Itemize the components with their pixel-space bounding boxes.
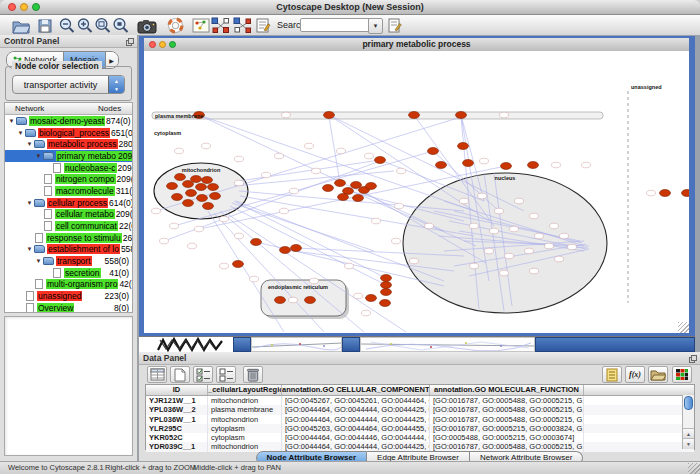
attribute-list-button[interactable]: [602, 366, 622, 383]
network-node-outline[interactable]: [188, 243, 197, 249]
network-node[interactable]: [381, 275, 392, 282]
expand-arrow-icon[interactable]: ▼: [16, 130, 25, 136]
network-node-outline[interactable]: [275, 153, 284, 159]
network-node-outline[interactable]: [362, 310, 371, 316]
network-node-outline[interactable]: [235, 180, 244, 186]
tree-row[interactable]: secretion41(0): [5, 267, 132, 279]
tree-row[interactable]: ▼primary metabo209(0): [5, 150, 132, 162]
expand-arrow-icon[interactable]: ▼: [25, 200, 34, 206]
tree-row[interactable]: ▼establishment of lo558(0): [5, 244, 132, 256]
network-node-outline[interactable]: [552, 162, 561, 168]
function-builder-button[interactable]: f(x): [625, 366, 645, 383]
network-node[interactable]: [197, 195, 208, 202]
network-node-outline[interactable]: [289, 297, 298, 303]
network-node-outline[interactable]: [395, 203, 404, 209]
help-button[interactable]: [164, 16, 186, 35]
window-titlebar[interactable]: Cytoscape Desktop (New Session): [0, 0, 700, 15]
search-input[interactable]: [300, 18, 372, 32]
annotations-button[interactable]: [252, 16, 274, 35]
network-node-outline[interactable]: [410, 258, 419, 264]
search-dropdown-arrow[interactable]: ▼: [368, 18, 383, 34]
network-node-outline[interactable]: [202, 143, 211, 149]
network-node-outline[interactable]: [235, 156, 244, 162]
network-node[interactable]: [208, 184, 219, 191]
select-attributes-button[interactable]: [147, 366, 167, 383]
network-node[interactable]: [275, 297, 286, 304]
network-node-outline[interactable]: [290, 188, 299, 194]
frame-zoom-button[interactable]: [169, 41, 176, 48]
network-node[interactable]: [196, 184, 207, 191]
network-node-outline[interactable]: [470, 223, 479, 229]
create-attribute-button[interactable]: [170, 366, 190, 383]
open-session-button[interactable]: [10, 16, 32, 35]
network-node[interactable]: [660, 190, 671, 197]
network-node-outline[interactable]: [160, 238, 169, 244]
import-attributes-button[interactable]: [648, 366, 668, 383]
window-resize-grip[interactable]: [688, 463, 700, 474]
network-node[interactable]: [186, 190, 197, 197]
network-node[interactable]: [381, 282, 392, 289]
plasma-membrane-region[interactable]: [152, 112, 603, 119]
network-node-outline[interactable]: [195, 226, 204, 232]
network-node-outline[interactable]: [478, 193, 487, 199]
network-node-outline[interactable]: [220, 263, 229, 269]
network-node-outline[interactable]: [510, 226, 519, 232]
canvas-resize-grip[interactable]: [678, 322, 689, 333]
scroll-down-icon[interactable]: ▼: [683, 438, 694, 449]
network-node-outline[interactable]: [500, 270, 509, 276]
table-row[interactable]: YJR121W__1mitochondrion[GO:0045267, GO:0…: [146, 396, 694, 405]
network-node[interactable]: [203, 203, 214, 210]
birds-eye-view[interactable]: [4, 316, 133, 456]
network-node-outline[interactable]: [525, 248, 534, 254]
tree-row[interactable]: ▼biological_process651(0): [5, 127, 132, 139]
tree-row[interactable]: ▼metabolic process280(0): [5, 138, 132, 150]
network-node[interactable]: [291, 245, 302, 252]
frame-close-button[interactable]: [149, 41, 156, 48]
network-node-outline[interactable]: [530, 268, 539, 274]
network-node-outline[interactable]: [392, 238, 401, 244]
network-node[interactable]: [436, 162, 447, 169]
tree-row[interactable]: ▼cellular process614(0): [5, 197, 132, 209]
minimized-window-titlebar[interactable]: [233, 337, 251, 352]
network-node[interactable]: [353, 195, 364, 202]
tree-row[interactable]: nitrogen compo209(0): [5, 173, 132, 185]
network-node[interactable]: [409, 112, 420, 119]
network-node[interactable]: [324, 112, 335, 119]
table-row[interactable]: YLR295Ccytoplasm[GO:0045263, GO:0044464,…: [146, 424, 694, 433]
expand-arrow-icon[interactable]: ▼: [25, 246, 34, 252]
scrollbar-thumb[interactable]: [684, 396, 693, 410]
network-node-outline[interactable]: [310, 278, 319, 284]
expand-arrow-icon[interactable]: ▼: [25, 141, 34, 147]
float-panel-icon[interactable]: [126, 37, 134, 49]
network-node[interactable]: [305, 297, 316, 304]
column-header[interactable]: _cellularLayoutRegion: [208, 385, 282, 395]
network-node[interactable]: [528, 162, 539, 169]
network-node-outline[interactable]: [337, 148, 346, 154]
network-node-outline[interactable]: [500, 112, 509, 118]
apply-layout-2-button[interactable]: [232, 16, 254, 35]
minimize-button[interactable]: [20, 3, 28, 11]
network-node-outline[interactable]: [505, 253, 514, 259]
minimized-window-titlebar[interactable]: [535, 337, 695, 352]
background-window-1[interactable]: [251, 337, 342, 352]
tree-row[interactable]: multi-organism pro42(0): [5, 279, 132, 291]
network-node-outline[interactable]: [647, 190, 656, 196]
network-node[interactable]: [366, 183, 377, 190]
tree-row[interactable]: macromolecule311(0): [5, 185, 132, 197]
nucleus-region[interactable]: [403, 173, 607, 313]
network-node[interactable]: [381, 289, 392, 296]
network-node[interactable]: [172, 194, 183, 201]
network-node-outline[interactable]: [220, 216, 229, 222]
network-node-outline[interactable]: [250, 276, 259, 282]
network-node-outline[interactable]: [560, 233, 569, 239]
table-row[interactable]: YKR052Ccytoplasm[GO:0044464, GO:0044446,…: [146, 433, 694, 442]
column-header[interactable]: ID: [146, 385, 208, 395]
attribute-table-header[interactable]: ID_cellularLayoutRegionannotation.GO CEL…: [146, 385, 694, 396]
tree-row[interactable]: Overview8(0): [5, 302, 132, 313]
network-node[interactable]: [463, 160, 474, 167]
network-node-outline[interactable]: [485, 248, 494, 254]
network-node-outline[interactable]: [495, 208, 504, 214]
network-window[interactable]: primary metabolic process plasma membran…: [139, 36, 695, 336]
close-button[interactable]: [8, 3, 16, 11]
network-node-outline[interactable]: [568, 244, 577, 250]
